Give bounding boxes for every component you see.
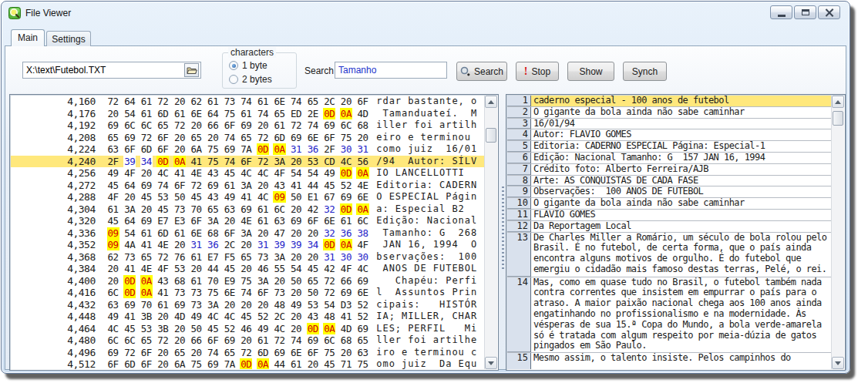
hex-row[interactable]: 4,2402F39340D0A4175746F723A2053CD4C56/94… (11, 156, 484, 168)
hex-row[interactable]: 4,352094A414E2031362C20313939340D0A4F JA… (11, 239, 484, 251)
hex-scroll-up-button[interactable] (485, 96, 497, 108)
hex-scrollbar[interactable] (484, 96, 497, 369)
hex-row[interactable]: 4,368627365727661E7F565733A2020313030bse… (11, 251, 484, 264)
hex-byte: 6E (304, 132, 321, 144)
hex-byte: 41 (155, 287, 172, 299)
text-scroll-up-button[interactable] (832, 96, 844, 108)
stop-icon: ! (524, 66, 528, 78)
text-line[interactable]: 7Crédito foto: Alberto Ferreira/AJB (507, 164, 831, 176)
hex-row[interactable]: 4,44849413B204D494C4C45522C2043484152IA;… (11, 311, 484, 323)
hex-row[interactable]: 4,49669726F2065207465726D696E6F752063iro… (11, 347, 484, 359)
text-line[interactable]: 2O gigante da bola ainda não sabe caminh… (507, 107, 831, 119)
hex-byte: 20 (288, 203, 304, 216)
hex-byte: 69 (204, 358, 221, 369)
text-scroll-down-button[interactable] (832, 357, 844, 369)
hex-byte: 70 (138, 299, 155, 311)
hex-row[interactable]: 4,224636F6D6F206A75697A0D0A31362F3031com… (11, 143, 484, 156)
search-input[interactable] (335, 62, 447, 79)
text-line[interactable]: 12Da Reportagem Local (507, 221, 831, 233)
hex-byte: 2F (105, 156, 122, 168)
synch-button[interactable]: Synch (623, 62, 667, 81)
line-text: O gigante da bola ainda não sabe caminha… (531, 107, 831, 118)
hex-byte: 0A (338, 239, 355, 251)
tab-settings[interactable]: Settings (46, 31, 91, 46)
hex-byte: 61 (204, 96, 221, 108)
hex-row[interactable]: 4,5126F6D6F206A75697A0D0A446120457175omo… (11, 358, 484, 369)
radio-1-byte[interactable]: 1 byte (229, 60, 267, 71)
hex-byte: 72 (321, 275, 338, 287)
hex-byte: 6D (155, 108, 172, 120)
text-line[interactable]: 316/01/94 (507, 119, 831, 130)
hex-ascii: Edição: Nacional (376, 215, 484, 227)
text-line[interactable]: 5Editoria: CADERNO ESPECIAL Página: Espe… (507, 141, 831, 153)
panel-splitter[interactable] (500, 94, 506, 371)
text-line[interactable]: 9Observações: 100 ANOS DE FUTEBOL (507, 186, 831, 198)
hex-byte: 72 (105, 96, 122, 108)
hex-row[interactable]: 4,4166C0D0A417373756E746F73205072696El A… (11, 287, 484, 299)
hex-ascii: /94 Autor: SÍLV (376, 156, 484, 168)
text-line[interactable]: 4Autor: FLAVIO GOMES (507, 129, 831, 141)
hex-row[interactable]: 4,4644C45533B2050455246494C200D0A4D69LES… (11, 323, 484, 335)
hex-row[interactable]: 4,256494F204C414E43454C4C4F5454490D0AIO … (11, 167, 484, 180)
close-button[interactable] (818, 5, 840, 19)
hex-row[interactable]: 4,304613A20457370656369616C2042320D0Aa: … (11, 203, 484, 216)
arrow-up-icon (835, 100, 841, 104)
radio-2-bytes[interactable]: 2 bytes (229, 74, 272, 85)
file-path-input[interactable] (22, 62, 201, 79)
search-button[interactable]: Search (456, 62, 507, 81)
hex-byte: 41 (288, 180, 304, 192)
hex-scroll-thumb[interactable] (486, 128, 496, 143)
tab-main[interactable]: Main (11, 29, 45, 46)
hex-ascii: IA; MILLER, CHAR (376, 311, 484, 323)
maximize-button[interactable] (794, 5, 816, 19)
hex-row[interactable]: 4,272456469746F7269613A2043414445524EEdi… (11, 180, 484, 192)
hex-row[interactable]: 4,192696C6C657220666F6920617274696C68ill… (11, 119, 484, 132)
text-line[interactable]: 14Mas, como em quase tudo no Brasil, o f… (507, 277, 831, 353)
minimize-button[interactable] (770, 5, 792, 19)
text-scrollbar[interactable] (831, 96, 844, 369)
hex-ascii: Tamanho: G 268 (376, 227, 484, 240)
stop-button[interactable]: ! Stop (516, 62, 559, 81)
show-button[interactable]: Show (567, 62, 614, 81)
hex-byte: 73 (171, 203, 188, 216)
line-number: 12 (507, 221, 531, 232)
hex-byte: 20 (238, 334, 255, 347)
text-line[interactable]: 15Mesmo assim, o talento insiste. Pelos … (507, 353, 831, 369)
hex-byte: 75 (238, 275, 255, 287)
hex-byte: 52 (355, 311, 372, 323)
hex-byte: 0A (321, 323, 338, 335)
hex-row[interactable]: 4,2086569726F2065207465726D696E6F7520eir… (11, 132, 484, 144)
text-line[interactable]: 13De Charles Miller a Romário, um século… (507, 233, 831, 277)
hex-byte: 70 (188, 203, 205, 216)
text-line[interactable]: 11FLAVIO GOMES (507, 210, 831, 221)
hex-row[interactable]: 4,4326369706169733A20202048495354D352cip… (11, 299, 484, 311)
hex-byte: 4C (105, 323, 122, 335)
browse-button[interactable] (184, 63, 199, 77)
hex-bytes: 69726F2065207465726D696E6F752063 (105, 347, 372, 359)
hex-address: 4,384 (11, 263, 96, 275)
hex-row[interactable]: 4,320456469E7E36F3A204E6163696F6E616CEdi… (11, 215, 484, 227)
hex-bytes: 494F204C414E43454C4C4F5454490D0A (105, 167, 372, 180)
hex-row[interactable]: 4,3360954616D616E686F3A20472020323638 Ta… (11, 227, 484, 240)
text-scroll-thumb[interactable] (833, 111, 843, 126)
hex-bytes: 726461722062617374616E74652C206F (105, 96, 372, 108)
hex-address: 4,288 (11, 191, 96, 203)
hex-row[interactable]: 4,2884F20455350454349414C0950E167696EO E… (11, 191, 484, 203)
hex-row[interactable]: 4,4806C6C657220666F6920617274696C6865lle… (11, 334, 484, 347)
hex-byte: 45 (221, 263, 238, 275)
hex-row[interactable]: 4,38420414E4F532044452046555445424F4C AN… (11, 263, 484, 275)
hex-scroll-down-button[interactable] (485, 357, 497, 369)
hex-byte: 4E (188, 167, 205, 180)
text-line[interactable]: 10O gigante da bola ainda não sabe camin… (507, 198, 831, 210)
hex-row[interactable]: 4,160726461722062617374616E74652C206Frda… (11, 96, 484, 108)
text-line[interactable]: 8Arte: AS CONQUISTAS DE CADA FASE (507, 176, 831, 187)
text-line[interactable]: 6Edição: Nacional Tamanho: G 157 JAN 16,… (507, 153, 831, 164)
hex-row[interactable]: 4,1762054616D616E6475617465ED2E0D0A4D Ta… (11, 108, 484, 120)
hex-byte: 75 (204, 287, 221, 299)
hex-byte: 48 (321, 311, 338, 323)
hex-row[interactable]: 4,400200D0A43686170E9753A205065726669 Ch… (11, 275, 484, 287)
text-line[interactable]: 1caderno especial - 100 anos de futebol (507, 96, 831, 107)
hex-byte: 74 (221, 132, 238, 144)
hex-byte: 74 (254, 108, 271, 120)
titlebar[interactable]: File Viewer (2, 2, 849, 25)
